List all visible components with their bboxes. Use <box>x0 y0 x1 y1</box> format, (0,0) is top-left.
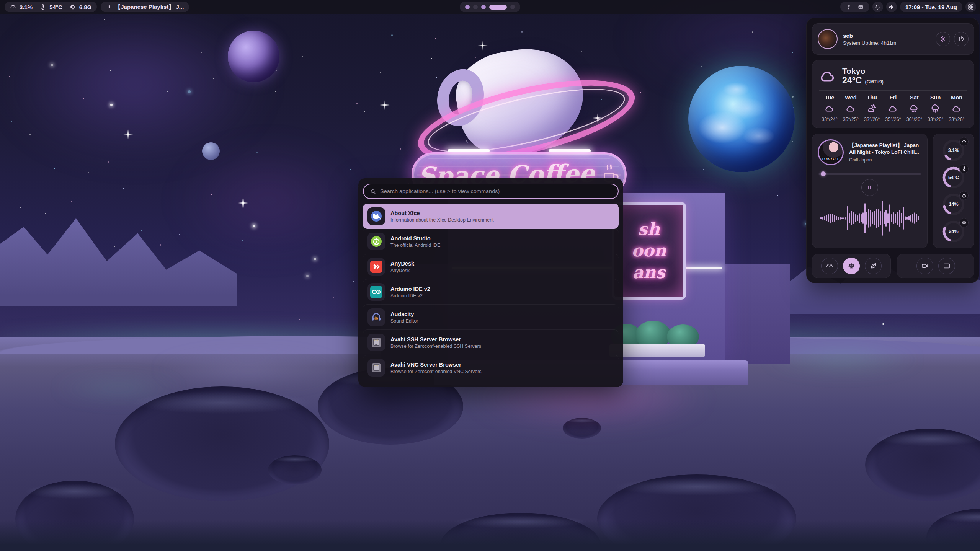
forecast-temps: 35°/25° <box>843 117 859 122</box>
app-description: Browse for Zeroconf-enabled VNC Servers <box>390 369 482 374</box>
visualizer-bar <box>845 217 846 220</box>
audio-visualizer <box>818 199 922 237</box>
earth-planet <box>688 66 795 172</box>
xfce-app-icon <box>368 207 385 225</box>
bell-button[interactable] <box>872 2 883 12</box>
user-name: seb <box>843 33 896 39</box>
cloud-icon <box>825 103 835 114</box>
visualizer-bar <box>838 217 839 220</box>
gear-icon <box>939 36 946 42</box>
seek-bar[interactable] <box>818 171 922 176</box>
forecast-day: Thu <box>867 95 877 101</box>
forecast-fri: Fri35°/26° <box>883 95 903 122</box>
visualizer-bar <box>885 210 887 227</box>
forecast-thu: Thu33°/26° <box>862 95 882 122</box>
video-camera-icon <box>921 262 929 270</box>
app-title: Android Studio <box>390 235 440 242</box>
app-text: AnyDeskAnyDesk <box>390 260 414 273</box>
workspace-4-active[interactable] <box>489 5 507 10</box>
album-art[interactable]: TOKYO L <box>818 139 844 165</box>
gear-button[interactable] <box>936 32 950 46</box>
wallpaper-icon <box>858 4 864 10</box>
track-title: 【Japanese Playlist】 Japan All Night - To… <box>849 142 922 155</box>
cloud-icon <box>888 103 898 114</box>
launcher-item-anydesk[interactable]: AnyDeskAnyDesk <box>363 254 619 279</box>
workspace-1[interactable] <box>465 5 470 9</box>
storm-icon <box>931 103 941 114</box>
workspace-2[interactable] <box>473 5 478 9</box>
visualizer-bar <box>897 212 898 225</box>
chip-icon <box>70 4 76 10</box>
app-title: Audacity <box>390 311 418 318</box>
app-text: Avahi VNC Server BrowserBrowse for Zeroc… <box>390 361 482 374</box>
forecast-day: Fri <box>890 95 897 101</box>
launcher-item-about-xfce[interactable]: About XfceInformation about the Xfce Des… <box>363 204 619 229</box>
app-description: Information about the Xfce Desktop Envir… <box>390 217 494 223</box>
visualizer-bar <box>857 215 858 221</box>
visualizer-bar <box>864 203 866 233</box>
visualizer-bar <box>891 214 892 222</box>
application-list: About XfceInformation about the Xfce Des… <box>363 204 619 380</box>
now-playing-pill[interactable]: 【Japanese Playlist】 J... <box>101 2 189 12</box>
stat-value: 54°C <box>49 4 62 10</box>
search-input[interactable] <box>380 188 612 194</box>
visualizer-bar <box>868 209 869 228</box>
capture-video-camera-button[interactable] <box>916 258 933 274</box>
clock-label: 17:09 - Tue, 19 Aug <box>905 4 957 10</box>
system-tray[interactable] <box>840 2 869 12</box>
scales-icon <box>848 262 855 270</box>
profile-leaf-button[interactable] <box>865 258 882 274</box>
weather-city: Tokyo <box>842 67 884 75</box>
power-button[interactable] <box>954 32 969 46</box>
play-pause-button[interactable] <box>861 179 878 196</box>
launcher-item-avahi-ssh-server-browser[interactable]: Avahi SSH Server BrowserBrowse for Zeroc… <box>363 330 619 355</box>
forecast-sat: Sat36°/26° <box>904 95 924 122</box>
capture-screen-button[interactable] <box>938 258 955 274</box>
forecast-day: Sat <box>910 95 919 101</box>
seek-knob[interactable] <box>821 171 826 176</box>
visualizer-bar <box>853 212 854 224</box>
disk-icon <box>959 218 969 227</box>
profile-scales-button[interactable] <box>843 258 860 274</box>
workspace-3[interactable] <box>481 5 486 9</box>
weather-card: Tokyo 24°C (GMT+9) Tue33°/24°Wed35°/25°T… <box>812 60 974 128</box>
launcher-item-avahi-vnc-server-browser[interactable]: Avahi VNC Server BrowserBrowse for Zeroc… <box>363 355 619 380</box>
workspace-indicator[interactable] <box>460 2 520 12</box>
stat-value: 3.1% <box>20 4 33 10</box>
search-bar[interactable] <box>363 184 619 199</box>
launcher-item-arduino-ide-v2[interactable]: Arduino IDE v2Arduino IDE v2 <box>363 279 619 305</box>
visualizer-bar <box>832 214 833 222</box>
app-title: About Xfce <box>390 210 494 217</box>
gauge-speedometer: 3.1% <box>942 139 965 162</box>
visualizer-bar <box>872 212 873 224</box>
bottom-shadow <box>0 520 980 551</box>
avatar[interactable] <box>818 29 838 49</box>
user-card: seb System Uptime: 4h11m <box>812 23 974 55</box>
visualizer-bar <box>861 214 862 222</box>
system-stats-pill[interactable]: 3.1%54°C6.8G <box>5 2 97 12</box>
sun-cloud-icon <box>867 103 877 114</box>
sign-light <box>549 149 591 152</box>
cloud-icon <box>952 103 962 114</box>
app-grid-button[interactable] <box>965 2 976 12</box>
visualizer-bar <box>870 210 871 227</box>
workspace-5[interactable] <box>510 5 515 9</box>
weather-timezone: (GMT+9) <box>865 79 883 85</box>
visualizer-bar <box>889 204 890 232</box>
launcher-item-audacity[interactable]: AudacitySound Editor <box>363 305 619 330</box>
pause-icon <box>106 4 111 10</box>
visualizer-bar <box>878 209 879 227</box>
visualizer-bar <box>918 216 919 220</box>
window-neon-text: sh <box>638 220 660 238</box>
visualizer-bar <box>843 217 844 219</box>
stat-chip: 6.8G <box>70 4 92 10</box>
app-text: Arduino IDE v2Arduino IDE v2 <box>390 285 430 298</box>
now-playing-label: 【Japanese Playlist】 J... <box>115 3 184 11</box>
speaker-button[interactable] <box>886 2 897 12</box>
profile-speedometer-button[interactable] <box>821 258 838 274</box>
visualizer-bar <box>841 217 843 219</box>
visualizer-bar <box>882 201 883 236</box>
launcher-item-android-studio[interactable]: Android StudioThe official Android IDE <box>363 229 619 254</box>
app-grid-icon <box>967 3 974 10</box>
clock-pill[interactable]: 17:09 - Tue, 19 Aug <box>900 2 962 12</box>
